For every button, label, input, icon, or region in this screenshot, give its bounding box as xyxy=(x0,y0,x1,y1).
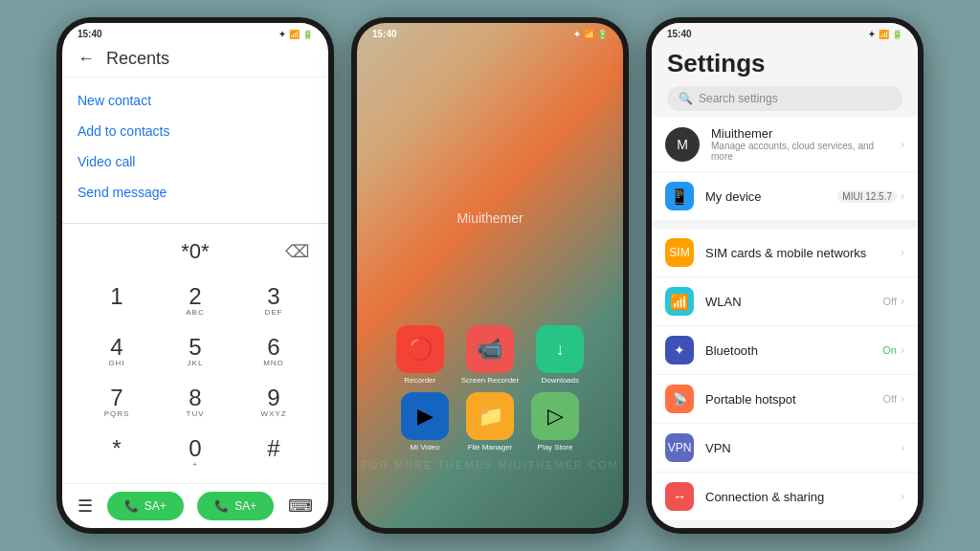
vpn-label: VPN xyxy=(705,441,889,455)
my-device-right: MIUI 12.5.7 › xyxy=(837,189,904,203)
downloads-label: Downloads xyxy=(541,376,579,385)
status-bar-2: 15:40 ✦ 📶 🔋 xyxy=(357,23,623,41)
app-file-manager[interactable]: 📁 File Manager xyxy=(466,392,514,452)
key-number-hash: # xyxy=(267,437,279,460)
status-bar-3: 15:40 ✦ 📶 🔋 xyxy=(652,23,918,41)
menu-icon[interactable]: ☰ xyxy=(78,496,93,517)
key-9[interactable]: 9 WXYZ xyxy=(234,378,313,429)
key-3[interactable]: 3 DEF xyxy=(234,276,313,326)
key-1[interactable]: 1 xyxy=(78,276,156,326)
key-2[interactable]: 2 ABC xyxy=(156,276,234,326)
dialer-keypad: 1 2 ABC 3 DEF 4 GHI 5 JKL xyxy=(62,272,328,483)
chevron-icon-connection: › xyxy=(901,490,904,503)
settings-item-vpn[interactable]: VPN VPN › xyxy=(652,424,918,473)
chevron-icon-account: › xyxy=(901,138,904,151)
key-number-4: 4 xyxy=(110,336,122,359)
connection-text: Connection & sharing xyxy=(705,490,889,504)
action-add-contact[interactable]: Add to contacts xyxy=(78,116,313,146)
screen-recorder-icon: 📹 xyxy=(466,325,514,373)
app-row-1: 🔴 Recorder 📹 Screen Recorder ↓ Downloads xyxy=(385,325,595,385)
vpn-right: › xyxy=(901,441,904,454)
dialer-bottom: ☰ 📞 SA+ 📞 SA+ ⌨ xyxy=(62,483,328,528)
back-arrow-icon[interactable]: ← xyxy=(78,49,95,69)
settings-item-connection[interactable]: ↔ Connection & sharing › xyxy=(652,473,918,521)
status-icons-1: ✦ 📶 🔋 xyxy=(278,30,313,39)
account-name: Miuithemer xyxy=(711,126,889,141)
keypad-icon[interactable]: ⌨ xyxy=(288,496,313,517)
settings-search-bar[interactable]: 🔍 Search settings xyxy=(667,86,902,111)
wlan-right: Off › xyxy=(883,295,904,308)
action-video-call[interactable]: Video call xyxy=(78,146,313,177)
connection-label: Connection & sharing xyxy=(705,490,889,504)
bt-icon-2: ✦ xyxy=(573,30,581,39)
call-button-1[interactable]: 📞 SA+ xyxy=(107,492,184,520)
app-row-2: ▶ Mi Video 📁 File Manager ▷ Play Store xyxy=(385,392,595,452)
account-avatar: M xyxy=(665,127,700,162)
settings-item-hotspot[interactable]: 📡 Portable hotspot Off › xyxy=(652,375,918,424)
account-text: Miuithemer Manage accounts, cloud servic… xyxy=(711,126,889,162)
signal-icon-2: 📶 xyxy=(584,30,594,39)
key-6[interactable]: 6 MNO xyxy=(234,326,313,377)
my-device-text: My device xyxy=(705,189,826,204)
bluetooth-right: On › xyxy=(882,343,904,357)
wlan-icon: 📶 xyxy=(665,287,694,316)
key-number-1: 1 xyxy=(110,285,122,308)
settings-item-bluetooth[interactable]: ✦ Bluetooth On › xyxy=(652,326,918,375)
key-8[interactable]: 8 TUV xyxy=(156,378,234,429)
my-device-icon: 📱 xyxy=(665,182,694,210)
key-number-6: 6 xyxy=(267,336,279,359)
settings-item-sim[interactable]: SIM SIM cards & mobile networks › xyxy=(652,229,918,277)
action-send-message[interactable]: Send message xyxy=(78,177,313,208)
watermark: FOR MORE THEMES MIUITHEMER.COM xyxy=(357,459,623,471)
app-play-store[interactable]: ▷ Play Store xyxy=(531,392,579,452)
key-number-0: 0 xyxy=(189,437,201,460)
play-store-label: Play Store xyxy=(538,443,573,452)
key-7[interactable]: 7 PQRS xyxy=(78,378,156,429)
recorder-icon: 🔴 xyxy=(396,325,444,373)
key-hash[interactable]: # xyxy=(234,429,313,479)
play-store-icon: ▷ xyxy=(531,392,579,440)
bluetooth-icon: ✦ xyxy=(278,30,286,39)
key-0[interactable]: 0 + xyxy=(156,429,234,479)
wlan-label: WLAN xyxy=(705,295,872,309)
app-recorder[interactable]: 🔴 Recorder xyxy=(396,325,444,385)
key-letters-0: + xyxy=(192,460,198,470)
settings-item-miuithemer[interactable]: M Miuithemer Manage accounts, cloud serv… xyxy=(652,117,918,172)
wlan-status: Off xyxy=(883,296,897,307)
app-downloads[interactable]: ↓ Downloads xyxy=(536,325,584,385)
sim-text: SIM cards & mobile networks xyxy=(705,246,889,260)
dialer-input-row: *0* ⌫ xyxy=(62,231,328,272)
hotspot-icon: 📡 xyxy=(665,385,694,413)
account-subtitle: Manage accounts, cloud services, and mor… xyxy=(711,141,889,162)
app-grid: 🔴 Recorder 📹 Screen Recorder ↓ Downloads… xyxy=(385,325,595,452)
key-letters-2: ABC xyxy=(186,308,204,318)
status-time-1: 15:40 xyxy=(78,29,102,39)
call-label-1: SA+ xyxy=(145,499,167,513)
key-letters-3: DEF xyxy=(265,308,283,318)
vpn-icon: VPN xyxy=(665,433,694,462)
call-label-2: SA+ xyxy=(234,499,256,513)
app-screen-recorder[interactable]: 📹 Screen Recorder xyxy=(461,325,519,385)
key-5[interactable]: 5 JKL xyxy=(156,326,234,377)
chevron-icon-vpn: › xyxy=(901,441,904,454)
phone-settings: 15:40 ✦ 📶 🔋 Settings 🔍 Search settings M xyxy=(646,17,924,534)
key-4[interactable]: 4 GHI xyxy=(78,326,156,377)
key-letters-6: MNO xyxy=(263,359,284,368)
app-mi-video[interactable]: ▶ Mi Video xyxy=(401,392,449,452)
backspace-icon[interactable]: ⌫ xyxy=(285,241,309,262)
dialer-title: Recents xyxy=(106,49,169,69)
key-star[interactable]: * xyxy=(78,429,156,479)
key-letters-4: GHI xyxy=(108,359,124,368)
settings-item-wlan[interactable]: 📶 WLAN Off › xyxy=(652,277,918,326)
key-number-8: 8 xyxy=(189,386,201,409)
settings-item-my-device[interactable]: 📱 My device MIUI 12.5.7 › xyxy=(652,172,918,221)
connection-right: › xyxy=(901,490,904,503)
call-button-2[interactable]: 📞 SA+ xyxy=(197,492,274,520)
key-letters-5: JKL xyxy=(188,359,204,368)
action-new-contact[interactable]: New contact xyxy=(78,85,313,116)
status-icons-2: ✦ 📶 🔋 xyxy=(573,30,608,39)
call-icon-1: 📞 xyxy=(124,499,139,513)
chevron-icon-bluetooth: › xyxy=(901,343,904,357)
sim-icon: SIM xyxy=(665,238,694,267)
battery-icon: 🔋 xyxy=(302,30,313,39)
